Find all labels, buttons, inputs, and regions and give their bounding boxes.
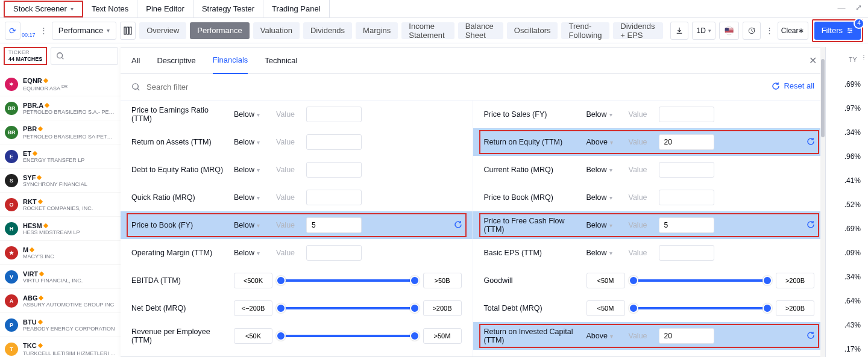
tab-trading-panel[interactable]: Trading Panel (263, 0, 329, 17)
range-min-input[interactable] (234, 273, 272, 288)
filter-value-input[interactable] (306, 107, 362, 122)
filter-value-input[interactable] (659, 328, 714, 344)
pill-income-statement[interactable]: Income Statement (401, 22, 454, 39)
range-min-input[interactable] (587, 273, 625, 288)
filter-operator-dropdown[interactable]: Below▾ (234, 221, 270, 229)
filter-value-input[interactable] (659, 245, 714, 261)
range-label: Net Debt (MRQ) (131, 304, 228, 312)
reset-icon[interactable] (805, 329, 817, 341)
ticker-row[interactable]: ★ M MACY'S INC (0, 241, 121, 265)
ticker-row[interactable]: T TKC TURKCELL ILETISIM HIZMETLERI AS DR (0, 337, 121, 357)
ticker-row[interactable]: P BTU PEABODY ENERGY CORPORATION (0, 313, 121, 337)
pill-oscillators[interactable]: Oscillators (507, 22, 558, 39)
filter-value-input[interactable] (306, 190, 362, 205)
pill-trend-following[interactable]: Trend-Following (561, 22, 609, 39)
minimize-icon[interactable]: — (835, 1, 848, 13)
filter-value-input[interactable] (659, 162, 714, 178)
timeframe-dropdown[interactable]: 1D▾ (692, 22, 715, 40)
columns-icon[interactable] (120, 22, 136, 40)
filter-operator-dropdown[interactable]: Below▾ (587, 249, 623, 257)
range-max-input[interactable] (423, 328, 462, 344)
svg-point-13 (849, 31, 851, 33)
percent-column: TY ⋮ .69%.97%.34%.96%.41%.52%.69%.09%.34… (826, 47, 868, 357)
filter-value-input[interactable] (306, 217, 362, 233)
ticker-row[interactable]: S SYF SYNCHRONY FINANCIAL (0, 169, 121, 193)
ticker-row[interactable]: V VIRT VIRTU FINANCIAL, INC. (0, 265, 121, 289)
ticker-row[interactable]: ✶ EQNR EQUINOR ASA DR (0, 72, 121, 96)
refresh-button[interactable]: ⟳ (5, 22, 20, 40)
range-slider[interactable] (631, 279, 770, 282)
market-flag-button[interactable] (719, 22, 739, 40)
panel-tab-technical[interactable]: Technical (265, 48, 297, 74)
pill-margins[interactable]: Margins (356, 22, 398, 39)
filter-operator-dropdown[interactable]: Below▾ (587, 221, 623, 229)
range-slider[interactable] (631, 307, 770, 309)
pill-balance-sheet[interactable]: Balance Sheet (458, 22, 503, 39)
range-slider[interactable] (278, 279, 417, 282)
range-max-input[interactable] (776, 300, 814, 316)
ticker-search-input[interactable] (51, 47, 118, 65)
ticker-row[interactable]: H HESM HESS MIDSTREAM LP (0, 217, 121, 241)
range-max-input[interactable] (776, 273, 814, 288)
panel-tab-financials[interactable]: Financials (213, 48, 248, 74)
more-icon[interactable]: ⋮ (39, 26, 48, 35)
filter-value-input[interactable] (659, 217, 714, 233)
close-icon[interactable]: ✕ (809, 55, 817, 66)
range-slider[interactable] (278, 335, 417, 337)
filters-button[interactable]: Filters 4 (814, 22, 861, 40)
range-max-input[interactable] (423, 273, 462, 288)
pill-overview[interactable]: Overview (139, 22, 186, 39)
filter-value-input[interactable] (306, 245, 362, 261)
pill-performance[interactable]: Performance (190, 22, 249, 39)
filter-operator-dropdown[interactable]: Below▾ (234, 193, 270, 202)
filter-value-input[interactable] (659, 190, 714, 205)
range-max-input[interactable] (423, 300, 462, 316)
ticker-row[interactable]: BR PBR.A PETROLEO BRASILEIRO S.A.- PETRO… (0, 96, 121, 120)
ticker-row[interactable]: E ET ENERGY TRANSFER LP (0, 144, 121, 169)
range-min-input[interactable] (234, 300, 272, 316)
filter-operator-dropdown[interactable]: Below▾ (234, 110, 270, 119)
reset-icon[interactable] (805, 135, 817, 147)
filter-value-input[interactable] (306, 134, 362, 150)
download-button[interactable] (670, 22, 688, 40)
reset-icon[interactable] (805, 219, 817, 231)
filter-value-input[interactable] (659, 134, 714, 150)
pill-dividends-eps[interactable]: Dividends + EPS (613, 22, 663, 39)
range-min-input[interactable] (234, 328, 272, 344)
performance-dropdown[interactable]: Performance ▾ (52, 22, 116, 40)
filter-operator-dropdown[interactable]: Below▾ (587, 166, 623, 174)
filter-search-input[interactable] (146, 82, 814, 92)
filter-operator-dropdown[interactable]: Above▾ (587, 332, 623, 340)
alert-button[interactable] (743, 22, 761, 40)
filter-operator-dropdown[interactable]: Below▾ (587, 110, 623, 119)
scrollbar-thumb[interactable] (821, 59, 825, 137)
filter-value-input[interactable] (306, 162, 362, 178)
clear-button[interactable]: Clear∗ (778, 22, 808, 40)
range-slider[interactable] (278, 307, 417, 309)
ticker-row[interactable]: BR PBR PETROLEO BRASILEIRO SA PETROBR DR (0, 120, 121, 144)
tab-stock-screener[interactable]: Stock Screener▾ (4, 1, 83, 17)
more-icon[interactable]: ⋮ (764, 26, 773, 35)
filter-value-input[interactable] (659, 107, 714, 122)
tab-strategy-tester[interactable]: Strategy Tester (193, 0, 263, 17)
ticker-row[interactable]: O RKT ROCKET COMPANIES, INC. (0, 193, 121, 217)
reset-icon[interactable] (452, 219, 464, 231)
more-icon[interactable]: ⋮ (861, 54, 867, 61)
tab-text-notes[interactable]: Text Notes (83, 0, 137, 17)
panel-tab-all[interactable]: All (131, 48, 140, 74)
filter-operator-dropdown[interactable]: Below▾ (234, 138, 270, 146)
ticker-row[interactable]: A ABG ASBURY AUTOMOTIVE GROUP INC (0, 289, 121, 313)
filter-operator-dropdown[interactable]: Above▾ (587, 138, 623, 146)
range-min-input[interactable] (587, 300, 625, 316)
percent-cell: .09% (826, 241, 868, 265)
scrollbar[interactable] (820, 47, 825, 357)
filter-operator-dropdown[interactable]: Below▾ (234, 166, 270, 174)
panel-tab-descriptive[interactable]: Descriptive (157, 48, 195, 74)
tab-pine-editor[interactable]: Pine Editor (137, 0, 193, 17)
pill-dividends[interactable]: Dividends (303, 22, 352, 39)
filter-operator-dropdown[interactable]: Below▾ (587, 193, 623, 202)
filter-operator-dropdown[interactable]: Below▾ (234, 249, 270, 257)
fullscreen-icon[interactable]: ⤢ (852, 1, 864, 13)
pill-valuation[interactable]: Valuation (253, 22, 300, 39)
reset-all-button[interactable]: Reset all (772, 81, 814, 90)
